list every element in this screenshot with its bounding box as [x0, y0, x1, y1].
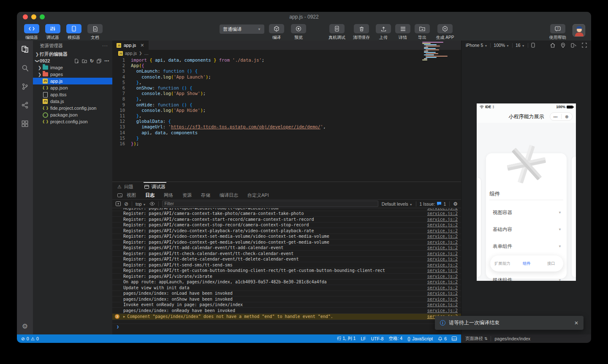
source-link[interactable]: service.js:2 [427, 297, 458, 302]
debugger-subtab[interactable]: 日志 [145, 192, 155, 198]
debugger-subtab[interactable]: 编译日志 [220, 192, 238, 198]
problems-indicator[interactable]: ⊘0 ⚠0 [21, 336, 39, 341]
component-list-item[interactable]: 表单组件 ▼ [493, 238, 562, 255]
pill-tab[interactable]: 扩展能力 [490, 261, 515, 266]
page-path-label[interactable]: 页面路径 ⇅ [465, 336, 487, 342]
preview-button[interactable]: 预览 [289, 22, 308, 41]
source-link[interactable]: service.js:2 [427, 280, 458, 284]
source-link[interactable]: service.js:2 [427, 263, 458, 267]
filter-input[interactable] [162, 201, 378, 207]
device-debug-button[interactable]: 真机调试 [326, 22, 348, 41]
panel-toggle-icon[interactable] [452, 337, 457, 341]
pill-tab[interactable]: 组件 [515, 261, 539, 266]
source-control-icon[interactable] [20, 82, 30, 91]
screencast-icon[interactable] [117, 193, 122, 198]
file-tree-item[interactable]: ❯ JS pages [33, 71, 112, 78]
debugger-subtab[interactable]: 自定义API [247, 192, 269, 198]
tab-app-js[interactable]: JS app.js ✕ [112, 41, 149, 50]
clear-console-icon[interactable]: ⊘ [124, 201, 128, 207]
context-selector[interactable]: top ▼ [136, 201, 146, 206]
zoom-select[interactable]: 100% ▼ [494, 43, 509, 48]
settings-gear-icon[interactable]: ⚙ [17, 322, 33, 330]
pill-tab[interactable]: 接口 [539, 261, 563, 266]
rotate-screen-icon[interactable] [571, 43, 576, 48]
editor-tool-button[interactable]: 编辑器 [22, 22, 41, 41]
page-path-value[interactable]: pages/index/index [494, 336, 530, 341]
issue-counter[interactable]: 1 Issue: 1 [420, 201, 446, 206]
close-tab-icon[interactable]: ✕ [140, 43, 144, 48]
upload-button[interactable]: 上传 [375, 22, 392, 41]
file-tree-item[interactable]: ❯ JS app.ttss [33, 91, 112, 98]
component-list-item[interactable]: 媒体组件 ▼ [493, 272, 562, 281]
cursor-position[interactable]: 行 1, 列 1 [337, 336, 356, 342]
levels-selector[interactable]: Default levels ▼ [382, 201, 413, 206]
explorer-icon[interactable] [20, 45, 30, 54]
console-log-row[interactable]: ▶ Register: pages/API/tt-check-calendar-… [112, 251, 461, 257]
console-log-row[interactable]: ▶ Register: pages/API/tt-send-sms/tt-sen… [112, 262, 461, 268]
api-share-icon[interactable] [20, 101, 30, 110]
console-log-row[interactable]: ▶ Register: pages/API/tt-add-calendar-ev… [112, 245, 461, 251]
breadcrumb[interactable]: JS app.js ❯ … [112, 50, 461, 57]
file-tree-item[interactable]: ❯ JS project.config.json [33, 118, 112, 125]
component-list-item[interactable]: 基础内容 ▼ [493, 221, 562, 238]
debugger-subtab[interactable]: 网络 [164, 192, 173, 198]
source-link[interactable]: service.js:2 [427, 240, 458, 244]
minimap[interactable] [422, 42, 448, 60]
file-tree-item[interactable]: ❯ JS package.json [33, 111, 112, 118]
user-avatar[interactable] [573, 24, 585, 37]
generate-app-button[interactable]: 生成 APP [433, 22, 457, 41]
export-button[interactable]: 导出 [414, 22, 431, 41]
explorer-more-icon[interactable]: ··· [102, 43, 108, 48]
compile-button[interactable]: 编译 [267, 22, 286, 41]
console-log-row[interactable]: ▶ Register: pages/API/video-context-set-… [112, 234, 461, 240]
console-log-area[interactable]: ▶ Register: pages/API/tt-open-webcast-ro… [112, 208, 461, 323]
help-button[interactable]: ? 使用帮助 [547, 22, 568, 41]
fontsize-select[interactable]: 16 ▼ [516, 43, 525, 48]
open-editors-section[interactable]: ❯ 打开的编辑器 [33, 51, 112, 57]
phone-simulator-screen[interactable]: IDE ᛒ 100% 小程序能力展示 ••• ⊗ [477, 103, 576, 281]
eol-indicator[interactable]: LF [361, 336, 366, 341]
debugger-subtab[interactable]: 资源 [182, 192, 192, 198]
expand-arrow-icon[interactable]: ▶ [123, 315, 125, 318]
source-link[interactable]: service.js:2 [427, 228, 458, 233]
close-toast-icon[interactable]: ✕ [574, 320, 578, 326]
encoding-indicator[interactable]: UTF-8 [371, 336, 384, 341]
source-link[interactable]: service.js:2 [427, 234, 458, 239]
source-link[interactable]: service.js:2 [427, 245, 458, 250]
notifications-indicator[interactable]: 6 [438, 336, 447, 341]
console-log-row[interactable]: ▶ Register: pages/API/tt-delete-calendar… [112, 257, 461, 263]
source-link[interactable]: service.js:2 [427, 251, 458, 256]
source-link[interactable]: service.js:2 [427, 211, 458, 216]
console-log-row[interactable]: ▶ Register: pages/API/vibrate/vibrate se… [112, 274, 461, 280]
file-tree-item[interactable]: ❯ JS image [33, 64, 112, 71]
source-link[interactable]: service.js:2 [427, 257, 458, 261]
console-log-row[interactable]: ▶ pages/index/index: onReady have been i… [112, 308, 461, 314]
source-link[interactable]: service.js:2 [427, 208, 458, 210]
compile-mode-select[interactable]: 普通编译 ▼ [220, 24, 264, 34]
debugger-subtab[interactable]: 视图 [127, 192, 136, 198]
tab-debugger[interactable]: 调试器 [144, 182, 166, 191]
source-link[interactable]: service.js:2 [427, 291, 458, 296]
collapse-all-icon[interactable] [97, 59, 101, 63]
console-prompt[interactable]: ❯ [112, 323, 461, 329]
clear-cache-button[interactable]: 清理缓存 [350, 22, 372, 41]
device-select[interactable]: iPhone 5 ▼ [466, 43, 487, 48]
console-settings-icon[interactable]: ⚙ [453, 201, 458, 207]
location-icon[interactable] [561, 43, 565, 48]
source-link[interactable]: service.js:2 [427, 274, 458, 279]
details-button[interactable]: 详情 [394, 22, 411, 41]
console-log-row[interactable]: ▶ Update view with init data service.js:… [112, 285, 461, 291]
file-tree-item[interactable]: ❯ JS fide.project.config.json [33, 105, 112, 111]
debugger-tool-button[interactable]: 调试器 [43, 22, 62, 41]
source-link[interactable]: service.js:2 [427, 308, 458, 313]
exit-mini-app-button[interactable]: ⊗ [562, 114, 573, 119]
dock-run-icon[interactable] [116, 201, 121, 206]
console-log-row[interactable]: ▶ pages/index/index: onShow have been in… [112, 296, 461, 302]
file-tree-item[interactable]: ❯ JS app.js [33, 78, 112, 84]
eye-icon[interactable] [149, 202, 155, 206]
more-menu-button[interactable]: ••• [550, 115, 561, 119]
project-root-row[interactable]: ❯ 0922 ↻ ⋯ [33, 57, 112, 64]
indent-indicator[interactable]: 空格: 4 [388, 336, 402, 342]
docs-tool-button[interactable]: 文档 [85, 22, 105, 41]
extensions-icon[interactable] [20, 119, 30, 128]
